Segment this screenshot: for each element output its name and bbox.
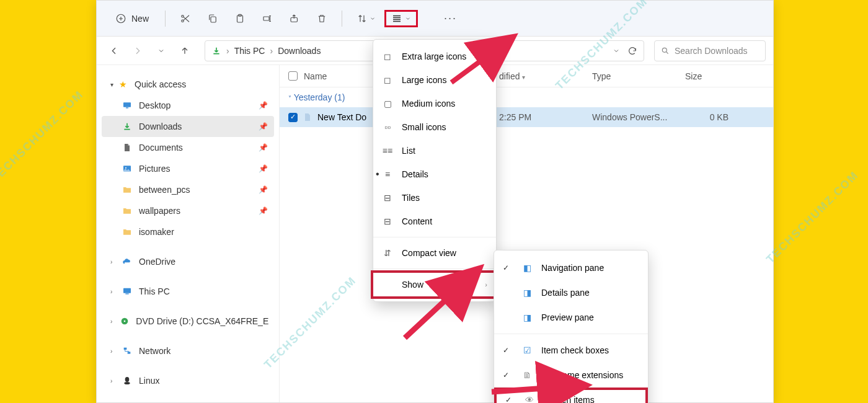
rename-button[interactable] — [255, 6, 280, 31]
chevron-down-icon: ▾ — [110, 81, 113, 88]
chevron-down-icon — [370, 16, 376, 22]
menu-item-details[interactable]: •≡Details — [373, 162, 496, 186]
file-size: 0 KB — [685, 112, 735, 122]
rename-icon — [262, 13, 273, 24]
content-icon: ⊟ — [382, 216, 393, 226]
share-button[interactable] — [282, 6, 307, 31]
up-button[interactable] — [175, 41, 195, 61]
column-headers: Name dified ▾ Type Size — [280, 65, 773, 87]
pin-icon: 📌 — [259, 206, 268, 215]
sidebar-item-downloads[interactable]: Downloads📌 — [102, 116, 274, 137]
svg-line-22 — [405, 272, 476, 338]
chevron-right-icon: › — [110, 318, 117, 325]
pin-icon: 📌 — [259, 164, 268, 173]
more-button[interactable]: ··· — [438, 12, 463, 25]
sidebar-network[interactable]: ›Network — [102, 340, 274, 361]
search-input[interactable]: Search Downloads — [654, 40, 766, 61]
sidebar-item-label: wallpapers — [139, 206, 180, 216]
submenu-navigation-pane[interactable]: ✓◧Navigation pane — [494, 255, 648, 280]
cloud-icon — [122, 256, 133, 267]
square-icon: ◻ — [382, 75, 393, 85]
file-row[interactable]: New Text Do 2:25 PM Windows PowerS... 0 … — [280, 107, 773, 127]
cut-button[interactable] — [173, 6, 198, 31]
pin-icon: 📌 — [259, 143, 268, 152]
sidebar-linux[interactable]: ›Linux — [102, 370, 274, 391]
menu-item-md-icons[interactable]: ▢Medium icons — [373, 92, 496, 115]
file-name: New Text Do — [317, 112, 366, 122]
sidebar-item-label: OneDrive — [139, 257, 175, 267]
sidebar-item-label: between_pcs — [139, 185, 190, 195]
pin-icon: 📌 — [259, 122, 268, 131]
watermark-text: TECHSCHUMZ.COM — [0, 88, 86, 185]
copy-icon — [207, 13, 218, 24]
breadcrumb-folder[interactable]: Downloads — [278, 46, 321, 56]
sidebar-item-between-pcs[interactable]: between_pcs📌 — [102, 179, 274, 200]
pane-icon: ◨ — [521, 288, 533, 298]
new-button[interactable]: New — [107, 8, 157, 29]
sidebar: ▾ ★ Quick access Desktop📌 Downloads📌 Doc… — [97, 65, 280, 402]
sidebar-item-documents[interactable]: Documents📌 — [102, 137, 274, 158]
sidebar-this-pc[interactable]: ›This PC — [102, 281, 274, 302]
svg-point-20 — [124, 382, 130, 384]
column-size[interactable]: Size — [685, 71, 735, 81]
forward-button[interactable] — [128, 41, 148, 61]
file-time: 2:25 PM — [499, 112, 592, 122]
submenu-details-pane[interactable]: ◨Details pane — [494, 280, 648, 305]
svg-point-2 — [182, 20, 184, 22]
annotation-arrow — [402, 267, 489, 341]
copy-button[interactable] — [200, 6, 225, 31]
sidebar-onedrive[interactable]: ›OneDrive — [102, 251, 274, 272]
menu-item-sm-icons[interactable]: ▫▫Small icons — [373, 115, 496, 139]
sort-button[interactable] — [350, 6, 382, 31]
download-icon — [122, 121, 133, 132]
chevron-down-icon[interactable] — [613, 47, 620, 55]
sidebar-item-isomaker[interactable]: isomaker — [102, 221, 274, 242]
delete-button[interactable] — [309, 6, 334, 31]
network-icon — [122, 345, 133, 356]
sidebar-item-label: This PC — [139, 286, 170, 296]
svg-point-16 — [124, 321, 126, 322]
menu-separator — [494, 334, 648, 334]
paste-button[interactable] — [228, 6, 252, 31]
svg-rect-18 — [128, 352, 131, 353]
search-icon — [661, 46, 670, 55]
back-button[interactable] — [104, 41, 124, 61]
sidebar-item-desktop[interactable]: Desktop📌 — [102, 95, 274, 116]
search-placeholder: Search Downloads — [675, 46, 748, 56]
square-icon: ▢ — [382, 99, 393, 108]
svg-rect-13 — [123, 288, 131, 293]
svg-point-19 — [125, 377, 130, 382]
separator — [165, 11, 166, 27]
select-all-checkbox[interactable] — [288, 71, 298, 81]
svg-point-1 — [182, 15, 184, 17]
group-header[interactable]: ˅ Yesterday (1) — [280, 87, 773, 107]
trash-icon — [316, 13, 327, 24]
list-icon: ≡≡ — [382, 146, 393, 156]
submenu-item-checkboxes[interactable]: ✓☑Item check boxes — [494, 338, 648, 363]
breadcrumb-root[interactable]: This PC — [234, 46, 265, 56]
annotation-arrow — [489, 368, 588, 399]
row-checkbox[interactable] — [288, 113, 298, 122]
refresh-icon[interactable] — [627, 46, 637, 56]
recent-button[interactable] — [151, 41, 171, 61]
menu-item-tiles[interactable]: ⊟Tiles — [373, 186, 496, 210]
breadcrumb-sep: › — [226, 46, 229, 56]
sidebar-quick-access[interactable]: ▾ ★ Quick access — [102, 74, 274, 95]
submenu-preview-pane[interactable]: ◨Preview pane — [494, 305, 648, 330]
column-name[interactable]: Name — [304, 71, 327, 81]
svg-rect-17 — [124, 348, 127, 350]
toolbar: New ··· — [97, 1, 773, 37]
view-button[interactable] — [384, 10, 418, 27]
sidebar-item-wallpapers[interactable]: wallpapers📌 — [102, 200, 274, 221]
share-icon — [289, 13, 300, 24]
menu-item-list[interactable]: ≡≡List — [373, 139, 496, 162]
menu-item-compact[interactable]: ⇵Compact view — [373, 241, 496, 265]
plus-circle-icon — [115, 13, 126, 24]
column-type[interactable]: Type — [592, 71, 685, 81]
chevron-right-icon: › — [110, 288, 119, 295]
sidebar-item-label: DVD Drive (D:) CCSA_X64FRE_EN-US_D — [136, 316, 269, 326]
menu-item-content[interactable]: ⊟Content — [373, 210, 496, 233]
sidebar-dvd[interactable]: ›DVD Drive (D:) CCSA_X64FRE_EN-US_D — [102, 311, 274, 332]
sidebar-item-pictures[interactable]: Pictures📌 — [102, 158, 274, 179]
pane-icon: ◧ — [521, 263, 533, 273]
